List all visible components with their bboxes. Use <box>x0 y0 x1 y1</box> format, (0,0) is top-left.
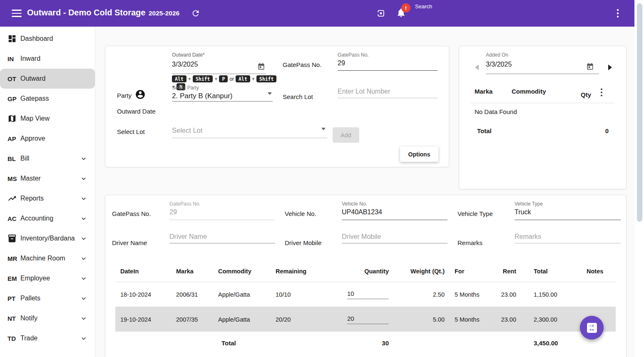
sidebar-item-map-view[interactable]: Map View <box>0 109 95 129</box>
sidebar-item-inventory-bardana[interactable]: Inventory/Bardana <box>0 228 95 248</box>
driver-mobile-input[interactable] <box>342 233 448 243</box>
chevron-down-icon <box>80 334 88 344</box>
vehicle-type-field[interactable]: Vehicle Type Truck <box>515 201 621 220</box>
remarks-input[interactable] <box>515 233 621 243</box>
select-lot-row-label: Select Lot <box>117 128 145 135</box>
added-total-value: 0 <box>605 127 609 134</box>
table-total-amount: 3,450.00 <box>521 340 575 347</box>
vehicle-no-field[interactable]: Vehicle No. UP40AB1234 <box>342 201 448 220</box>
previous-day-arrow-icon[interactable] <box>475 64 479 70</box>
driver-name-input[interactable] <box>169 233 275 243</box>
chevron-down-icon <box>80 214 88 224</box>
col-notes: Notes <box>575 268 616 275</box>
kebab-menu-icon[interactable] <box>599 88 604 99</box>
options-button[interactable]: Options <box>400 146 438 162</box>
lot-table: DateIn Marka Commodity Remaining Quantit… <box>115 260 616 355</box>
col-for: For <box>450 268 495 275</box>
sidebar: Dashboard IN Inward OT Outward GP Gatepa… <box>0 27 95 357</box>
outward-date-row-label: Outward Date <box>117 108 156 115</box>
select-lot-dropdown[interactable]: Select Lot <box>172 124 327 138</box>
chevron-down-icon <box>80 314 88 324</box>
quantity-input[interactable] <box>347 290 389 299</box>
kebab-menu-icon[interactable] <box>615 9 621 20</box>
driver-name-row-label: Driver Name <box>112 239 147 246</box>
chevron-down-icon <box>80 274 88 284</box>
sidebar-item-gatepass[interactable]: GP Gatepass <box>0 89 95 109</box>
col-rent: Rent <box>495 268 521 275</box>
added-col-commodity: Commodity <box>512 88 546 95</box>
page-scrollbar-thumb[interactable] <box>637 3 642 222</box>
vehicle-form-card: GatePass No. GatePass No. 29 Vehicle No.… <box>105 195 627 357</box>
sidebar-item-inward[interactable]: IN Inward <box>0 49 95 69</box>
calendar-icon[interactable] <box>586 62 594 72</box>
col-remaining: Remaining <box>271 268 333 275</box>
add-button[interactable]: Add <box>333 127 359 143</box>
next-day-arrow-icon[interactable] <box>608 64 612 70</box>
driver-mobile-row-label: Driver Mobile <box>285 239 321 246</box>
col-weight: Weight (Qt.) <box>394 268 450 275</box>
outward-form-card: Outward Date Outward Date* 3/3/2025 Alt … <box>105 46 449 167</box>
sidebar-item-employee[interactable]: EM Employee <box>0 268 95 288</box>
sidebar-item-trade[interactable]: TD Trade <box>0 328 95 348</box>
remarks-row-label: Remarks <box>458 239 482 246</box>
outward-date-field[interactable]: Outward Date* 3/3/2025 <box>172 52 266 74</box>
sidebar-item-pallets[interactable]: PT Pallets <box>0 288 95 308</box>
refresh-icon[interactable] <box>191 9 200 20</box>
gatepass-no-field[interactable]: GatePass No. 29 <box>338 52 438 71</box>
sidebar-item-reports[interactable]: Reports <box>0 188 95 208</box>
added-col-qty: Qty <box>581 91 591 98</box>
calendar-icon[interactable] <box>257 62 265 72</box>
col-marka: Marka <box>171 268 213 275</box>
search-lot-input[interactable] <box>338 88 438 98</box>
chevron-down-icon <box>80 194 88 204</box>
chevron-down-icon <box>80 294 88 304</box>
table-total-row: Total 30 3,450.00 <box>115 332 616 355</box>
search-lot-input-wrap <box>338 88 438 98</box>
vehicle-type-row-label: Vehicle Type <box>458 210 493 217</box>
party-row-label: Party <box>117 92 132 99</box>
search-label[interactable]: Search <box>415 3 432 10</box>
notification-badge: ! <box>401 3 410 12</box>
table-total-quantity: 30 <box>333 340 394 347</box>
col-commodity: Commodity <box>213 268 271 275</box>
table-row[interactable]: 18-10-2024 2006/31 Apple/Gatta 10/10 2.5… <box>115 282 616 307</box>
driver-name-input-wrap <box>169 233 275 243</box>
added-total-label: Total <box>477 127 492 134</box>
trending-up-icon <box>7 194 20 203</box>
calculator-fab-button[interactable]: −×+= <box>580 316 604 340</box>
col-total: Total <box>521 268 575 275</box>
chevron-down-icon <box>80 254 88 264</box>
sidebar-item-notify[interactable]: NT Notify <box>0 308 95 328</box>
gatepass-shortcut-icon[interactable] <box>377 9 385 19</box>
table-row-selected[interactable]: 19-10-2024 2007/35 Apple/Gatta 20/20 5.0… <box>115 307 616 332</box>
added-on-date-field[interactable]: Added On 3/3/2025 <box>486 52 599 74</box>
divider <box>471 103 615 103</box>
dashboard-icon <box>7 34 20 43</box>
sidebar-item-master[interactable]: MS Master <box>0 169 95 188</box>
added-on-panel: Added On 3/3/2025 Marka Commodity Qty No… <box>459 46 627 189</box>
quantity-input[interactable] <box>347 315 389 324</box>
hamburger-menu-icon[interactable] <box>12 10 22 17</box>
app-header: Outward - Demo Cold Storage 2025-2026 ! … <box>0 0 634 27</box>
page-scrollbar-track <box>634 0 644 357</box>
party-select[interactable]: Select Party 2. Party B (Kanpur) <box>172 85 273 102</box>
session-year: 2025-2026 <box>149 10 179 17</box>
calculator-icon: −×+= <box>587 323 597 333</box>
added-col-marka: Marka <box>475 88 492 95</box>
vehicle-no-row-label: Vehicle No. <box>285 210 316 217</box>
col-quantity: Quantity <box>333 268 394 275</box>
sidebar-item-machine-room[interactable]: MR Machine Room <box>0 248 95 268</box>
sidebar-item-accounting[interactable]: AC Accounting <box>0 208 95 228</box>
table-total-label: Total <box>213 340 271 347</box>
sidebar-item-bill[interactable]: BL Bill <box>0 149 95 169</box>
sidebar-item-outward[interactable]: OT Outward <box>0 69 95 89</box>
inventory-box-icon <box>7 234 20 243</box>
chevron-down-icon <box>80 174 88 184</box>
sidebar-item-dashboard[interactable]: Dashboard <box>0 29 95 49</box>
page-title: Outward - Demo Cold Storage <box>27 8 145 17</box>
chevron-down-icon <box>80 234 88 244</box>
search-lot-row-label: Search Lot <box>283 93 313 100</box>
empty-state-text: No Data Found <box>475 108 517 115</box>
sidebar-item-approve[interactable]: AP Approve <box>0 129 95 149</box>
person-icon <box>135 89 146 102</box>
